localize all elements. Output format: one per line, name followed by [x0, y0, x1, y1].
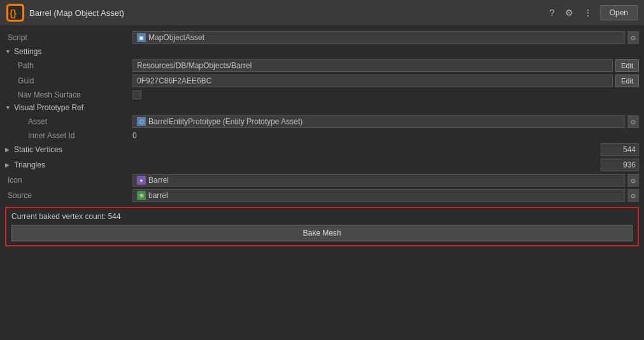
settings-button[interactable]: ⚙	[562, 6, 576, 19]
icon-pick-button[interactable]: ⊙	[627, 174, 639, 187]
static-vertices-arrow-icon: ▶	[5, 146, 11, 153]
map-asset-icon: ▣	[137, 33, 146, 42]
nav-mesh-label: Nav Mesh Surface	[5, 90, 132, 99]
source-field[interactable]: ⊞ barrel	[132, 189, 625, 202]
source-label: Source	[5, 191, 132, 200]
icon-label: Icon	[5, 176, 132, 185]
icon-value: ● Barrel ⊙	[132, 174, 639, 187]
asset-row: Asset ⬡ BarrelEntityPrototype (Entity Pr…	[5, 114, 639, 129]
inspector-content: Script ▣ MapObjectAsset ⊙ ▼ Settings Pat…	[0, 26, 644, 340]
source-value-text: barrel	[148, 191, 168, 200]
guid-value: Edit	[132, 74, 639, 87]
bake-section: Current baked vertex count: 544 Bake Mes…	[5, 207, 639, 246]
path-input[interactable]	[132, 59, 613, 72]
triangles-row: ▶ Triangles	[5, 157, 639, 173]
script-row: Script ▣ MapObjectAsset ⊙	[5, 30, 639, 45]
visual-proto-section-header[interactable]: ▼ Visual Prototype Ref	[5, 101, 639, 114]
nav-mesh-checkbox[interactable]	[132, 90, 141, 99]
inspector-window: {} Barrel (Map Object Asset) ? ⚙ ⋮ Open …	[0, 0, 644, 340]
source-row: Source ⊞ barrel ⊙	[5, 188, 639, 203]
icon-row: Icon ● Barrel ⊙	[5, 173, 639, 188]
static-vertices-row: ▶ Static Vertices	[5, 142, 639, 157]
entity-proto-icon: ⬡	[137, 117, 146, 126]
static-vertices-value	[132, 143, 639, 156]
asset-pick-button[interactable]: ⊙	[627, 115, 639, 128]
inner-asset-row: Inner Asset Id 0	[5, 129, 639, 142]
inner-asset-label: Inner Asset Id	[5, 131, 132, 140]
title-left: {} Barrel (Map Object Asset)	[6, 4, 124, 22]
script-label: Script	[5, 33, 132, 42]
barrel-asset-icon: ●	[137, 176, 146, 185]
nav-mesh-row: Nav Mesh Surface	[5, 89, 639, 101]
asset-field[interactable]: ⬡ BarrelEntityPrototype (Entity Prototyp…	[132, 115, 625, 128]
static-vertices-label[interactable]: Static Vertices	[11, 145, 132, 154]
help-button[interactable]: ?	[547, 6, 557, 19]
script-value: ▣ MapObjectAsset ⊙	[132, 31, 639, 44]
asset-value-text: BarrelEntityPrototype (Entity Prototype …	[148, 117, 303, 126]
bake-mesh-button[interactable]: Bake Mesh	[11, 225, 633, 241]
icon-value-text: Barrel	[148, 176, 169, 185]
settings-section-label: Settings	[11, 47, 139, 56]
asset-label: Asset	[5, 117, 132, 126]
source-pick-button[interactable]: ⊙	[627, 189, 639, 202]
title-bar: {} Barrel (Map Object Asset) ? ⚙ ⋮ Open	[0, 0, 644, 26]
icon-field[interactable]: ● Barrel	[132, 174, 625, 187]
bake-info-text: Current baked vertex count: 544	[11, 212, 633, 221]
visual-proto-arrow-icon: ▼	[5, 104, 11, 111]
path-value: Edit	[132, 59, 639, 72]
triangles-arrow-icon: ▶	[5, 162, 11, 168]
guid-label: Guid	[5, 76, 132, 85]
svg-text:{}: {}	[10, 8, 17, 18]
source-asset-icon: ⊞	[137, 191, 146, 200]
open-button[interactable]: Open	[600, 5, 638, 20]
path-row: Path Edit	[5, 58, 639, 73]
guid-edit-button[interactable]: Edit	[615, 74, 639, 87]
triangles-value	[132, 159, 639, 171]
guid-input[interactable]	[132, 74, 613, 87]
title-actions: ? ⚙ ⋮ Open	[547, 5, 638, 20]
nav-mesh-value	[132, 90, 639, 99]
settings-section-header[interactable]: ▼ Settings	[5, 45, 639, 58]
path-edit-button[interactable]: Edit	[615, 59, 639, 72]
triangles-label[interactable]: Triangles	[11, 160, 132, 169]
script-value-text: MapObjectAsset	[148, 33, 204, 42]
visual-proto-section-label: Visual Prototype Ref	[11, 103, 139, 112]
unity-logo-icon: {}	[6, 4, 24, 22]
window-title: Barrel (Map Object Asset)	[29, 8, 124, 18]
script-field[interactable]: ▣ MapObjectAsset	[132, 31, 625, 44]
triangles-input[interactable]	[601, 159, 639, 171]
inner-asset-value: 0	[132, 131, 639, 140]
menu-button[interactable]: ⋮	[581, 6, 595, 19]
asset-value: ⬡ BarrelEntityPrototype (Entity Prototyp…	[132, 115, 639, 128]
static-vertices-input[interactable]	[601, 143, 639, 156]
inner-asset-value-text: 0	[132, 131, 137, 140]
path-label: Path	[5, 61, 132, 70]
settings-arrow-icon: ▼	[5, 48, 11, 55]
script-pick-button[interactable]: ⊙	[627, 31, 639, 44]
guid-row: Guid Edit	[5, 73, 639, 89]
source-value: ⊞ barrel ⊙	[132, 189, 639, 202]
